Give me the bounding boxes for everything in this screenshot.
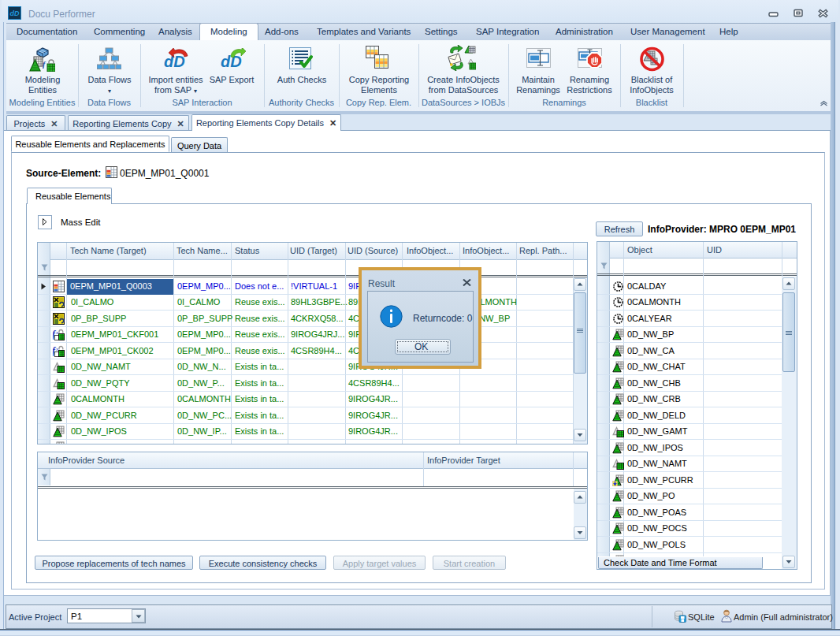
svg-text:dD: dD <box>164 53 185 69</box>
svg-text:dD: dD <box>10 9 20 17</box>
svg-text:f: f <box>43 60 46 69</box>
